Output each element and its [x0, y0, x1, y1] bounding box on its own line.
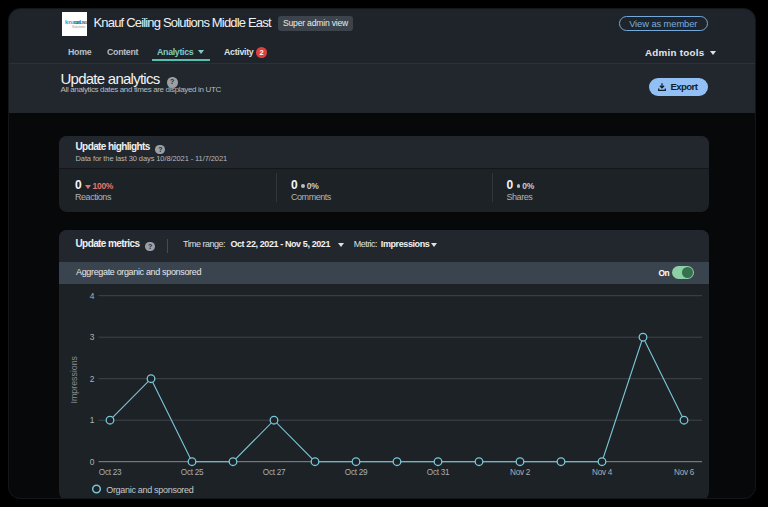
svg-text:Organic and sponsored: Organic and sponsored: [106, 485, 194, 495]
svg-text:3: 3: [89, 332, 94, 342]
svg-text:Nov 6: Nov 6: [674, 468, 695, 477]
svg-text:2: 2: [89, 374, 94, 384]
svg-text:Oct 31: Oct 31: [426, 468, 449, 477]
svg-text:Nov 2: Nov 2: [510, 468, 531, 477]
svg-text:Oct 25: Oct 25: [180, 468, 203, 477]
svg-text:4: 4: [89, 291, 94, 301]
svg-text:Oct 29: Oct 29: [344, 468, 367, 477]
svg-text:Oct 23: Oct 23: [98, 468, 121, 477]
svg-text:Nov 4: Nov 4: [592, 468, 613, 477]
svg-text:0: 0: [89, 457, 94, 467]
svg-text:Oct 27: Oct 27: [262, 468, 285, 477]
svg-text:Impressions: Impressions: [68, 356, 78, 404]
svg-text:1: 1: [89, 415, 94, 425]
